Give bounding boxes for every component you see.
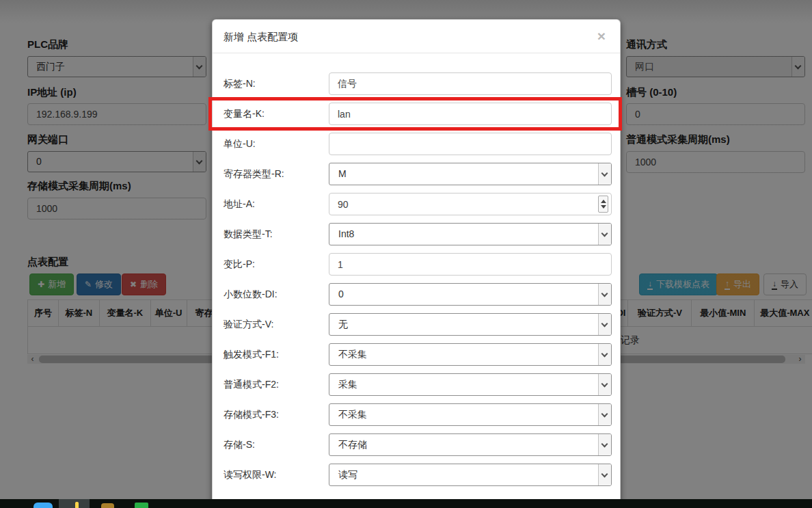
screen: PLC品牌 西门子 IP地址 (ip) 网关端口 0 存储模式采集周期(ms) … xyxy=(0,0,812,508)
field-label: 触发模式-F1: xyxy=(224,349,329,361)
field-label: 普通模式-F2: xyxy=(224,379,329,391)
form-row-register-type: 寄存器类型-R: M xyxy=(224,163,612,185)
chevron-down-icon xyxy=(598,314,611,335)
form-row-address: 地址-A: xyxy=(224,193,612,215)
verify-mode-select[interactable]: 无 xyxy=(329,313,612,336)
form-row-normal-mode: 普通模式-F2: 采集 xyxy=(224,373,612,396)
modal-header: 新增 点表配置项 × xyxy=(213,20,620,53)
add-point-config-modal: 新增 点表配置项 × 标签-N: 变量名-K: 单位-U: 寄存器类型-R: M xyxy=(212,19,621,508)
close-icon[interactable]: × xyxy=(593,28,610,44)
chevron-down-icon xyxy=(598,404,611,425)
field-label: 地址-A: xyxy=(224,198,329,211)
ratio-input[interactable] xyxy=(329,253,612,276)
gold-app-icon[interactable] xyxy=(101,503,114,508)
number-spinner-icon[interactable] xyxy=(598,196,608,213)
field-label: 验证方式-V: xyxy=(224,319,329,331)
form-row-rw-permission: 读写权限-W: 读写 xyxy=(224,464,612,486)
chevron-down-icon xyxy=(598,344,611,365)
address-input[interactable] xyxy=(329,193,612,215)
chevron-down-icon xyxy=(598,224,611,245)
field-label: 存储模式-F3: xyxy=(224,409,329,421)
field-label: 读写权限-W: xyxy=(224,469,329,481)
variable-name-input[interactable] xyxy=(329,103,612,125)
field-label: 存储-S: xyxy=(224,439,329,451)
green-app-icon[interactable] xyxy=(135,503,148,508)
data-type-select[interactable]: Int8 xyxy=(329,223,612,245)
chevron-down-icon xyxy=(598,434,611,455)
browser-app-icon[interactable] xyxy=(33,503,53,508)
form-row-verify-mode: 验证方式-V: 无 xyxy=(224,313,612,336)
rw-permission-select[interactable]: 读写 xyxy=(329,464,612,486)
trigger-mode-select[interactable]: 不采集 xyxy=(329,343,612,366)
active-app-slot[interactable] xyxy=(59,499,90,508)
form-row-storage: 存储-S: 不存储 xyxy=(224,433,612,456)
field-label: 寄存器类型-R: xyxy=(224,168,329,181)
field-label: 单位-U: xyxy=(224,138,329,150)
form-row-variable: 变量名-K: xyxy=(224,103,612,125)
storage-select[interactable]: 不存储 xyxy=(329,433,612,456)
field-label: 标签-N: xyxy=(224,78,329,90)
modal-title: 新增 点表配置项 xyxy=(224,31,298,44)
unit-input[interactable] xyxy=(329,133,612,155)
chevron-down-icon xyxy=(598,374,611,395)
field-label: 变量名-K: xyxy=(224,108,329,120)
form-row-unit: 单位-U: xyxy=(224,133,612,155)
register-type-select[interactable]: M xyxy=(329,163,612,185)
field-label: 小数位数-DI: xyxy=(224,289,329,301)
decimal-digits-select[interactable]: 0 xyxy=(329,283,612,306)
form-row-ratio: 变比-P: xyxy=(224,253,612,276)
form-row-data-type: 数据类型-T: Int8 xyxy=(224,223,612,245)
active-app-icon[interactable] xyxy=(75,502,79,508)
chevron-down-icon xyxy=(598,284,611,305)
form-row-trigger-mode: 触发模式-F1: 不采集 xyxy=(224,343,612,366)
chevron-down-icon xyxy=(598,464,611,485)
chevron-down-icon xyxy=(598,163,611,185)
form-row-tag: 标签-N: xyxy=(224,72,612,95)
tag-input[interactable] xyxy=(329,72,612,95)
field-label: 变比-P: xyxy=(224,258,329,271)
modal-body: 标签-N: 变量名-K: 单位-U: 寄存器类型-R: M xyxy=(213,53,620,486)
normal-mode-select[interactable]: 采集 xyxy=(329,373,612,396)
form-row-storage-mode: 存储模式-F3: 不采集 xyxy=(224,403,612,426)
form-row-decimal-digits: 小数位数-DI: 0 xyxy=(224,283,612,306)
storage-mode-select[interactable]: 不采集 xyxy=(329,403,612,426)
os-taskbar[interactable] xyxy=(0,499,812,508)
field-label: 数据类型-T: xyxy=(224,228,329,241)
